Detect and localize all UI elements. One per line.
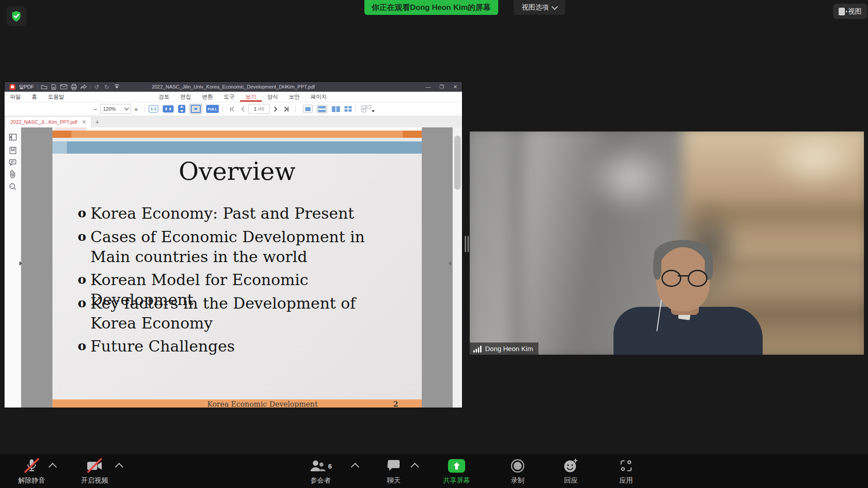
- divider: [355, 105, 356, 113]
- next-page-button[interactable]: [270, 106, 281, 112]
- save-file-icon[interactable]: [49, 82, 59, 92]
- menu-security[interactable]: 보안: [283, 92, 305, 102]
- chat-icon: [387, 458, 401, 474]
- fit-width-button[interactable]: [163, 105, 174, 113]
- divider: [145, 105, 145, 113]
- scrollbar-thumb[interactable]: [454, 136, 461, 190]
- bullet-item: o Korea Economy: Past and Present: [78, 203, 389, 223]
- fit-height-button[interactable]: [178, 105, 185, 113]
- last-page-button[interactable]: [281, 106, 292, 112]
- sidebar-expand-arrow[interactable]: [19, 261, 22, 266]
- open-folder-icon[interactable]: [39, 82, 49, 92]
- security-shield-badge[interactable]: [6, 6, 26, 26]
- menu-home[interactable]: 홈: [26, 92, 42, 102]
- fit-page-button-selected[interactable]: [189, 103, 203, 114]
- pdf-content-area: Overview o Korea Economy: Past and Prese…: [5, 127, 462, 408]
- bullet-icon: o: [78, 336, 90, 356]
- start-video-label: 开启视频: [81, 476, 108, 485]
- start-video-button[interactable]: 开启视频: [70, 458, 119, 485]
- first-page-button[interactable]: [226, 106, 237, 112]
- reactions-smiley-icon: [563, 458, 579, 474]
- participant-video-feed[interactable]: Dong Heon Kim: [470, 131, 864, 355]
- bullet-icon: o: [78, 293, 90, 313]
- share-screen-label: 共享屏幕: [443, 476, 470, 485]
- actual-size-button[interactable]: 1:1: [149, 105, 158, 113]
- bullet-text: Future Challenges: [90, 336, 389, 356]
- apps-label: 应用: [619, 476, 633, 485]
- bullet-item: o Cases of Economic Development in Main …: [78, 227, 389, 267]
- pdf-viewer-window: 알PDF ↺ ↻ 2022_NASC_Jilin_Univ_Korea_Econ…: [5, 82, 462, 408]
- menu-tools[interactable]: 도구: [218, 92, 240, 102]
- add-tab-button[interactable]: +: [91, 117, 103, 127]
- participants-options-chevron[interactable]: [351, 463, 359, 471]
- window-maximize-button[interactable]: ❐: [435, 82, 448, 92]
- microphone-muted-icon: [26, 458, 38, 474]
- share-icon[interactable]: [79, 82, 89, 92]
- right-panel-collapse-arrow[interactable]: [448, 261, 451, 266]
- menu-edit[interactable]: 편집: [175, 92, 197, 102]
- previous-page-button[interactable]: [237, 106, 248, 112]
- alpdf-app-icon: [7, 82, 17, 92]
- view-options-label: 视图选项: [522, 3, 549, 12]
- record-button[interactable]: 录制: [493, 458, 542, 485]
- zoom-in-button[interactable]: +: [131, 105, 141, 113]
- print-icon[interactable]: [69, 82, 79, 92]
- window-close-button[interactable]: ✕: [448, 82, 462, 92]
- thumbnails-panel-icon[interactable]: [9, 133, 17, 141]
- menu-review[interactable]: 검토: [153, 92, 175, 102]
- bullet-icon: o: [78, 227, 90, 247]
- search-panel-icon[interactable]: [9, 183, 17, 191]
- screen-watching-banner: 你正在观看Dong Heon Kim的屏幕: [364, 0, 498, 15]
- zoom-out-button[interactable]: −: [90, 105, 100, 113]
- slide-page: Overview o Korea Economy: Past and Prese…: [52, 127, 422, 408]
- window-title-text: 2022_NASC_Jilin_Univ_Korea_Economic_Deve…: [152, 84, 315, 89]
- comments-panel-icon[interactable]: [9, 158, 17, 166]
- unmute-label: 解除静音: [18, 476, 45, 485]
- attachments-panel-icon[interactable]: [9, 170, 17, 178]
- view-button[interactable]: 视图: [833, 4, 867, 19]
- chat-button[interactable]: 聊天: [369, 458, 419, 485]
- pdf-menubar: 파일 홈 도움말 검토 편집 변환 도구 보기 양식 보안 페이지: [5, 92, 462, 102]
- share-screen-button[interactable]: 共享屏幕: [432, 458, 481, 485]
- document-tab[interactable]: 2022_NASC_Ji...Kim_PPT.pdf ✕: [5, 116, 91, 127]
- slide-title: Overview: [52, 157, 422, 186]
- split-drag-handle[interactable]: [464, 235, 469, 253]
- reactions-button[interactable]: 回应: [546, 458, 596, 485]
- email-icon[interactable]: [59, 82, 69, 92]
- single-page-view-button[interactable]: [303, 105, 313, 113]
- vertical-scrollbar[interactable]: [453, 127, 462, 408]
- menu-help[interactable]: 도움말: [42, 92, 70, 102]
- tab-close-icon[interactable]: ✕: [82, 119, 86, 125]
- bullet-icon: o: [78, 203, 90, 223]
- view-button-label: 视图: [848, 7, 862, 16]
- quick-tools-dropdown-icon[interactable]: [112, 82, 122, 92]
- page-arrange-dropdown[interactable]: [361, 105, 375, 113]
- grid-view-button[interactable]: [344, 106, 352, 112]
- zoom-level-dropdown[interactable]: 120%: [100, 104, 131, 114]
- full-screen-button[interactable]: FULL: [206, 105, 219, 113]
- pdf-titlebar[interactable]: 알PDF ↺ ↻ 2022_NASC_Jilin_Univ_Korea_Econ…: [5, 82, 462, 92]
- share-screen-icon: [448, 459, 465, 473]
- undo-icon[interactable]: ↺: [92, 82, 102, 92]
- two-page-view-button[interactable]: [332, 106, 340, 112]
- reactions-label: 回应: [564, 476, 578, 485]
- unmute-button[interactable]: 解除静音: [7, 458, 57, 485]
- document-tabbar: 2022_NASC_Ji...Kim_PPT.pdf ✕ +: [5, 116, 462, 128]
- audio-signal-icon: [473, 345, 481, 352]
- menu-file[interactable]: 파일: [5, 92, 26, 102]
- view-options-button[interactable]: 视图选项: [514, 0, 565, 15]
- bookmarks-panel-icon[interactable]: [9, 146, 17, 155]
- redo-icon[interactable]: ↻: [102, 82, 112, 92]
- menu-view-active[interactable]: 보기: [240, 92, 262, 102]
- continuous-view-button-selected[interactable]: [316, 105, 327, 113]
- menu-forms[interactable]: 양식: [262, 92, 283, 102]
- previous-slide-bottom: [52, 127, 422, 131]
- window-minimize-button[interactable]: —: [421, 82, 435, 92]
- menu-convert[interactable]: 변환: [197, 92, 218, 102]
- apps-button[interactable]: 应用: [601, 458, 651, 485]
- participants-button[interactable]: 6 参会者: [296, 458, 345, 485]
- bullet-text: Cases of Economic Development in Main co…: [90, 227, 389, 267]
- slide-footer-text: Korea Economic Development: [78, 399, 447, 408]
- page-number-input[interactable]: 1 /49: [248, 104, 270, 114]
- menu-page[interactable]: 페이지: [305, 92, 332, 102]
